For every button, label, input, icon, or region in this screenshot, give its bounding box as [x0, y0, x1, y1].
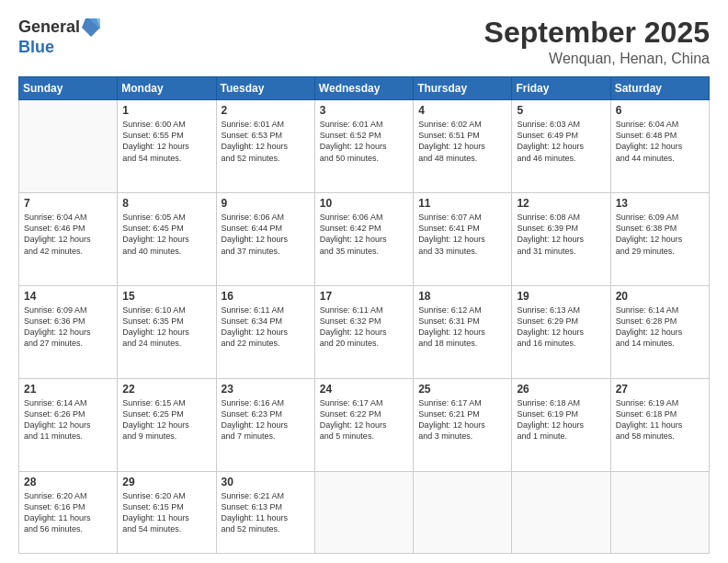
day-info: Sunrise: 6:14 AMSunset: 6:26 PMDaylight:…: [24, 397, 112, 442]
day-number: 14: [24, 290, 112, 303]
day-number: 7: [24, 197, 112, 210]
table-row: 8Sunrise: 6:05 AMSunset: 6:45 PMDaylight…: [118, 193, 216, 286]
table-row: 15Sunrise: 6:10 AMSunset: 6:35 PMDayligh…: [118, 286, 216, 379]
table-row: [314, 471, 413, 553]
logo-icon: [82, 17, 100, 39]
day-info: Sunrise: 6:05 AMSunset: 6:45 PMDaylight:…: [122, 212, 210, 257]
day-number: 8: [122, 197, 210, 210]
day-number: 24: [320, 383, 408, 396]
day-info: Sunrise: 6:11 AMSunset: 6:32 PMDaylight:…: [320, 304, 408, 350]
day-number: 1: [122, 104, 210, 117]
day-info: Sunrise: 6:09 AMSunset: 6:36 PMDaylight:…: [24, 304, 112, 350]
day-info: Sunrise: 6:20 AMSunset: 6:15 PMDaylight:…: [122, 490, 210, 535]
month-title: September 2025: [484, 17, 710, 49]
table-row: [19, 100, 118, 193]
day-info: Sunrise: 6:07 AMSunset: 6:41 PMDaylight:…: [418, 212, 506, 257]
table-row: 1Sunrise: 6:00 AMSunset: 6:55 PMDaylight…: [118, 100, 216, 193]
day-number: 9: [222, 197, 310, 210]
table-row: 18Sunrise: 6:12 AMSunset: 6:31 PMDayligh…: [414, 286, 512, 379]
title-block: September 2025 Wenquan, Henan, China: [484, 17, 710, 67]
calendar-table: Sunday Monday Tuesday Wednesday Thursday…: [18, 76, 710, 554]
table-row: 27Sunrise: 6:19 AMSunset: 6:18 PMDayligh…: [610, 379, 709, 472]
day-info: Sunrise: 6:21 AMSunset: 6:13 PMDaylight:…: [222, 490, 310, 535]
day-info: Sunrise: 6:01 AMSunset: 6:53 PMDaylight:…: [222, 119, 310, 164]
table-row: 23Sunrise: 6:16 AMSunset: 6:23 PMDayligh…: [216, 379, 314, 472]
table-row: 29Sunrise: 6:20 AMSunset: 6:15 PMDayligh…: [118, 471, 216, 553]
day-info: Sunrise: 6:19 AMSunset: 6:18 PMDaylight:…: [616, 397, 704, 442]
day-info: Sunrise: 6:06 AMSunset: 6:42 PMDaylight:…: [320, 212, 408, 257]
logo: General Blue: [18, 17, 100, 57]
table-row: 21Sunrise: 6:14 AMSunset: 6:26 PMDayligh…: [19, 379, 118, 472]
table-row: 17Sunrise: 6:11 AMSunset: 6:32 PMDayligh…: [314, 286, 413, 379]
logo-general-text: General: [18, 18, 80, 37]
days-header-row: Sunday Monday Tuesday Wednesday Thursday…: [19, 77, 710, 100]
table-row: 10Sunrise: 6:06 AMSunset: 6:42 PMDayligh…: [314, 193, 413, 286]
day-info: Sunrise: 6:15 AMSunset: 6:25 PMDaylight:…: [122, 397, 210, 442]
day-info: Sunrise: 6:02 AMSunset: 6:51 PMDaylight:…: [418, 119, 506, 164]
day-info: Sunrise: 6:10 AMSunset: 6:35 PMDaylight:…: [122, 304, 210, 350]
day-number: 16: [222, 290, 310, 303]
header: General Blue September 2025 Wenquan, Hen…: [18, 17, 710, 67]
table-row: 26Sunrise: 6:18 AMSunset: 6:19 PMDayligh…: [512, 379, 610, 472]
day-info: Sunrise: 6:17 AMSunset: 6:22 PMDaylight:…: [320, 397, 408, 442]
day-number: 11: [418, 197, 506, 210]
day-info: Sunrise: 6:06 AMSunset: 6:44 PMDaylight:…: [222, 212, 310, 257]
day-number: 2: [222, 104, 310, 117]
day-number: 26: [517, 383, 605, 396]
header-thursday: Thursday: [414, 77, 512, 100]
day-info: Sunrise: 6:20 AMSunset: 6:16 PMDaylight:…: [24, 490, 112, 535]
header-wednesday: Wednesday: [314, 77, 413, 100]
day-number: 23: [222, 383, 310, 396]
table-row: 19Sunrise: 6:13 AMSunset: 6:29 PMDayligh…: [512, 286, 610, 379]
table-row: [414, 471, 512, 553]
table-row: 9Sunrise: 6:06 AMSunset: 6:44 PMDaylight…: [216, 193, 314, 286]
table-row: [512, 471, 610, 553]
day-number: 17: [320, 290, 408, 303]
day-number: 30: [222, 476, 310, 488]
header-sunday: Sunday: [19, 77, 118, 100]
table-row: 28Sunrise: 6:20 AMSunset: 6:16 PMDayligh…: [19, 471, 118, 553]
day-number: 29: [122, 476, 210, 488]
table-row: 13Sunrise: 6:09 AMSunset: 6:38 PMDayligh…: [610, 193, 709, 286]
day-number: 27: [616, 383, 704, 396]
day-info: Sunrise: 6:13 AMSunset: 6:29 PMDaylight:…: [517, 304, 605, 350]
day-number: 21: [24, 383, 112, 396]
table-row: 24Sunrise: 6:17 AMSunset: 6:22 PMDayligh…: [314, 379, 413, 472]
header-saturday: Saturday: [610, 77, 709, 100]
day-info: Sunrise: 6:16 AMSunset: 6:23 PMDaylight:…: [222, 397, 310, 442]
table-row: 22Sunrise: 6:15 AMSunset: 6:25 PMDayligh…: [118, 379, 216, 472]
page: General Blue September 2025 Wenquan, Hen…: [0, 0, 728, 563]
day-number: 12: [517, 197, 605, 210]
table-row: [610, 471, 709, 553]
table-row: 6Sunrise: 6:04 AMSunset: 6:48 PMDaylight…: [610, 100, 709, 193]
day-number: 10: [320, 197, 408, 210]
table-row: 7Sunrise: 6:04 AMSunset: 6:46 PMDaylight…: [19, 193, 118, 286]
day-info: Sunrise: 6:18 AMSunset: 6:19 PMDaylight:…: [517, 397, 605, 442]
table-row: 2Sunrise: 6:01 AMSunset: 6:53 PMDaylight…: [216, 100, 314, 193]
header-tuesday: Tuesday: [216, 77, 314, 100]
location-title: Wenquan, Henan, China: [484, 51, 710, 67]
table-row: 12Sunrise: 6:08 AMSunset: 6:39 PMDayligh…: [512, 193, 610, 286]
header-friday: Friday: [512, 77, 610, 100]
day-info: Sunrise: 6:11 AMSunset: 6:34 PMDaylight:…: [222, 304, 310, 350]
table-row: 16Sunrise: 6:11 AMSunset: 6:34 PMDayligh…: [216, 286, 314, 379]
day-info: Sunrise: 6:17 AMSunset: 6:21 PMDaylight:…: [418, 397, 506, 442]
day-number: 20: [616, 290, 704, 303]
header-monday: Monday: [118, 77, 216, 100]
day-info: Sunrise: 6:09 AMSunset: 6:38 PMDaylight:…: [616, 212, 704, 257]
day-info: Sunrise: 6:00 AMSunset: 6:55 PMDaylight:…: [122, 119, 210, 164]
day-number: 28: [24, 476, 112, 488]
table-row: 25Sunrise: 6:17 AMSunset: 6:21 PMDayligh…: [414, 379, 512, 472]
day-number: 19: [517, 290, 605, 303]
logo-blue-text: Blue: [18, 39, 100, 57]
day-number: 3: [320, 104, 408, 117]
table-row: 4Sunrise: 6:02 AMSunset: 6:51 PMDaylight…: [414, 100, 512, 193]
table-row: 5Sunrise: 6:03 AMSunset: 6:49 PMDaylight…: [512, 100, 610, 193]
day-number: 4: [418, 104, 506, 117]
day-number: 25: [418, 383, 506, 396]
table-row: 20Sunrise: 6:14 AMSunset: 6:28 PMDayligh…: [610, 286, 709, 379]
table-row: 3Sunrise: 6:01 AMSunset: 6:52 PMDaylight…: [314, 100, 413, 193]
day-number: 18: [418, 290, 506, 303]
day-number: 22: [122, 383, 210, 396]
day-info: Sunrise: 6:12 AMSunset: 6:31 PMDaylight:…: [418, 304, 506, 350]
